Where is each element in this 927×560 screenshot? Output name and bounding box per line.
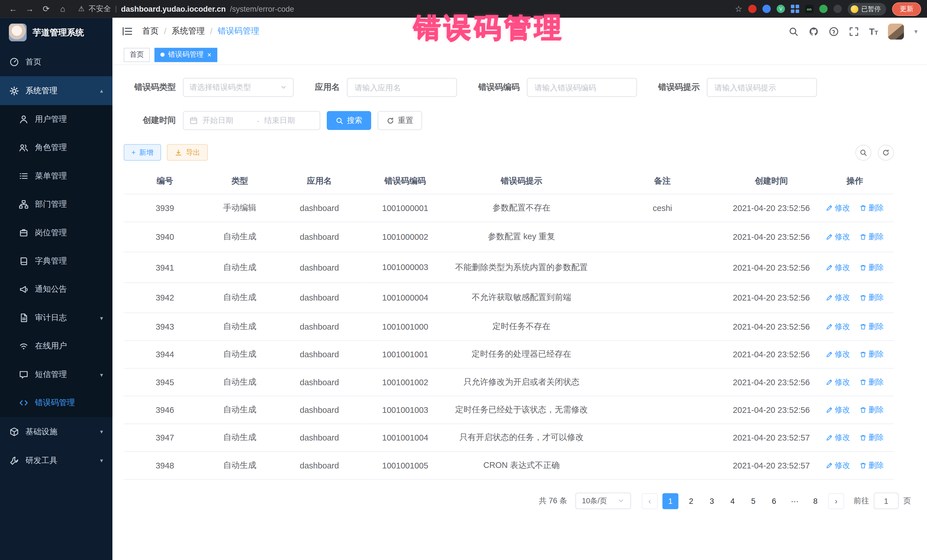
- sidebar-item-infrastructure[interactable]: 基础设施 ▾: [0, 417, 112, 446]
- forward-icon[interactable]: →: [23, 4, 37, 14]
- cell-time: 2021-04-20 23:52:57: [727, 452, 816, 479]
- avatar-caret-icon[interactable]: ▾: [914, 27, 917, 35]
- extension-icon-grid[interactable]: [791, 5, 799, 13]
- search-button[interactable]: 搜索: [327, 111, 371, 130]
- show-search-button[interactable]: [856, 144, 871, 161]
- delete-link[interactable]: 删除: [859, 349, 884, 360]
- page-button[interactable]: 2: [683, 493, 699, 509]
- export-button[interactable]: 导出: [167, 144, 208, 161]
- cell-time: 2021-04-20 23:52:57: [727, 424, 816, 452]
- delete-link[interactable]: 删除: [859, 321, 884, 332]
- edit-link[interactable]: 修改: [826, 405, 850, 415]
- pencil-icon: [826, 351, 833, 358]
- extension-icon-red[interactable]: [748, 5, 757, 13]
- search-icon[interactable]: [789, 26, 799, 36]
- page-button[interactable]: ···: [787, 493, 802, 509]
- page-button[interactable]: 3: [704, 493, 720, 509]
- delete-link[interactable]: 删除: [859, 292, 884, 303]
- delete-link[interactable]: 删除: [859, 460, 884, 471]
- sidebar-item-sms[interactable]: 短信管理 ▾: [0, 360, 112, 389]
- sidebar-fold-icon[interactable]: [122, 26, 133, 36]
- pagination: 共 76 条 10条/页 ‹ 1 2 3 4 5: [124, 493, 911, 509]
- breadcrumb-system[interactable]: 系统管理: [172, 26, 205, 36]
- edit-link[interactable]: 修改: [826, 262, 850, 273]
- prev-page-button[interactable]: ‹: [642, 493, 658, 509]
- breadcrumb-separator: /: [210, 27, 213, 36]
- page-button[interactable]: 1: [662, 493, 678, 509]
- goto-page-input[interactable]: [874, 493, 898, 509]
- delete-link[interactable]: 删除: [859, 433, 884, 443]
- extension-icon-green[interactable]: [819, 5, 827, 13]
- sidebar-item-notices[interactable]: 通知公告: [0, 275, 112, 304]
- sidebar-item-departments[interactable]: 部门管理: [0, 190, 112, 219]
- edit-link[interactable]: 修改: [826, 349, 850, 360]
- close-icon[interactable]: ×: [207, 51, 211, 58]
- date-range-picker[interactable]: 开始日期 - 结束日期: [183, 111, 320, 130]
- sidebar-item-label: 菜单管理: [35, 171, 67, 181]
- delete-link[interactable]: 删除: [859, 377, 884, 387]
- sidebar-logo[interactable]: 芋道管理系统: [0, 18, 112, 47]
- avatar[interactable]: [888, 23, 904, 39]
- extension-icon-blue[interactable]: [763, 5, 771, 13]
- page-button[interactable]: 4: [725, 493, 740, 509]
- sidebar-item-positions[interactable]: 岗位管理: [0, 219, 112, 247]
- cell-hint: 只有开启状态的任务，才可以修改: [445, 424, 598, 452]
- error-type-select[interactable]: 请选择错误码类型: [183, 78, 293, 97]
- sidebar-item-users[interactable]: 用户管理: [0, 105, 112, 134]
- sidebar-item-label: 短信管理: [35, 369, 67, 380]
- tag-error-code[interactable]: 错误码管理 ×: [155, 48, 217, 62]
- edit-link[interactable]: 修改: [826, 203, 850, 213]
- wrench-icon: [9, 456, 19, 465]
- page-button[interactable]: 6: [766, 493, 782, 509]
- col-header-time: 创建时间: [727, 169, 816, 194]
- breadcrumb-home[interactable]: 首页: [142, 26, 159, 36]
- edit-link[interactable]: 修改: [826, 377, 850, 387]
- edit-link[interactable]: 修改: [826, 292, 850, 303]
- sidebar-item-roles[interactable]: 角色管理: [0, 134, 112, 162]
- trash-icon: [859, 462, 866, 469]
- sidebar-item-devtools[interactable]: 研发工具 ▾: [0, 446, 112, 475]
- tampermonkey-icon[interactable]: [833, 5, 842, 13]
- page-button[interactable]: 8: [807, 493, 824, 509]
- page-size-select[interactable]: 10条/页: [575, 493, 631, 509]
- address-bar[interactable]: ⚠ 不安全 | dashboard.yudao.iocoder.cn/syste…: [78, 4, 732, 14]
- tag-home[interactable]: 首页: [124, 48, 150, 62]
- delete-link[interactable]: 删除: [859, 405, 884, 415]
- extension-icon-on[interactable]: on: [805, 5, 813, 13]
- sidebar-item-system[interactable]: 系统管理 ▴: [0, 76, 112, 105]
- sidebar-item-dictionary[interactable]: 字典管理: [0, 247, 112, 275]
- reload-icon[interactable]: ⟳: [39, 4, 53, 14]
- book-icon: [19, 256, 28, 266]
- github-icon[interactable]: [808, 26, 819, 36]
- browser-update-button[interactable]: 更新: [892, 2, 921, 16]
- sidebar-item-error-code[interactable]: 错误码管理: [0, 389, 112, 417]
- error-code-input[interactable]: [527, 78, 637, 97]
- delete-link[interactable]: 删除: [859, 262, 884, 273]
- error-hint-input[interactable]: [707, 78, 817, 97]
- next-page-button[interactable]: ›: [828, 493, 844, 509]
- edit-link[interactable]: 修改: [826, 460, 850, 471]
- bookmark-star-icon[interactable]: ☆: [735, 4, 742, 14]
- font-size-icon[interactable]: TT: [869, 26, 878, 36]
- add-button[interactable]: + 新增: [124, 144, 161, 161]
- edit-link[interactable]: 修改: [826, 433, 850, 443]
- fullscreen-icon[interactable]: [849, 26, 859, 36]
- vue-devtools-icon[interactable]: V: [777, 5, 785, 13]
- delete-link[interactable]: 删除: [859, 203, 884, 213]
- edit-link[interactable]: 修改: [826, 232, 850, 242]
- sidebar-item-audit-log[interactable]: 审计日志 ▾: [0, 304, 112, 332]
- sidebar-item-online-users[interactable]: 在线用户: [0, 332, 112, 360]
- refresh-table-button[interactable]: [878, 144, 894, 161]
- app-name-input[interactable]: [347, 78, 457, 97]
- goto-label: 前往: [854, 496, 869, 506]
- reset-button[interactable]: 重置: [378, 111, 422, 130]
- help-icon[interactable]: [829, 26, 839, 36]
- edit-link[interactable]: 修改: [826, 321, 850, 332]
- profile-paused-badge[interactable]: 已暂停: [848, 3, 886, 15]
- sidebar-item-menus[interactable]: 菜单管理: [0, 162, 112, 190]
- home-icon[interactable]: ⌂: [56, 4, 70, 14]
- back-icon[interactable]: ←: [6, 4, 20, 14]
- sidebar-item-home[interactable]: 首页: [0, 47, 112, 76]
- page-button[interactable]: 5: [745, 493, 761, 509]
- delete-link[interactable]: 删除: [859, 232, 884, 242]
